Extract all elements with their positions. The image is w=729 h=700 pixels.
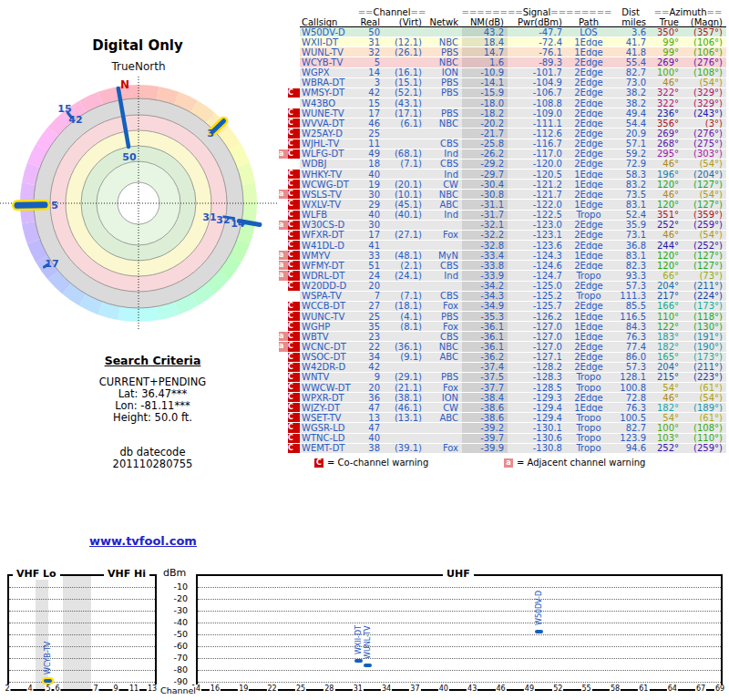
nm-db-cell: -29.2	[462, 160, 508, 170]
no-channel-band	[36, 576, 48, 689]
nm-db-cell: -29.7	[462, 170, 508, 180]
power-dbm-cell: -124.6	[508, 261, 566, 271]
azimuth-magnetic-cell: (276°)	[683, 129, 726, 139]
channel-tick-37: 37	[409, 685, 420, 694]
nm-db-cell: -38.4	[462, 393, 508, 403]
azimuth-true-cell: 269°	[650, 129, 683, 139]
nm-db-cell: -37.5	[462, 373, 508, 383]
distance-cell: 73.1	[611, 231, 650, 241]
path-cell: 1Edge	[566, 170, 611, 180]
power-dbm-cell: -89.3	[508, 57, 566, 67]
real-channel-cell: 25	[358, 129, 384, 139]
co-warning-cell: C	[288, 373, 300, 383]
table-group-header-row: ==Channel== ========Signal======== Dist …	[279, 7, 727, 17]
nm-db-cell: -32.1	[462, 221, 508, 231]
nm-db-cell: -39.9	[462, 444, 508, 454]
channel-tick-31: 31	[353, 685, 364, 694]
real-channel-cell: 32	[358, 47, 384, 57]
azimuth-magnetic-cell: (204°)	[683, 170, 726, 180]
channel-tick-13: 13	[147, 685, 158, 694]
co-warning-cell: C	[288, 434, 300, 444]
co-warning-cell: C	[288, 342, 300, 352]
distance-cell: 38.2	[611, 98, 650, 108]
distance-cell: 86.0	[611, 353, 650, 363]
real-channel-cell: 14	[358, 68, 384, 78]
band-label-vhf-hi: VHF Hi	[104, 568, 149, 580]
channel-tick-46: 46	[495, 685, 506, 694]
real-channel-cell: 42	[358, 88, 384, 98]
table-row: CW41DL-D41-32.8-123.62Edge36.8244°(252°)	[279, 241, 727, 251]
nm-db-cell: -39.7	[462, 434, 508, 444]
co-warning-cell: C	[288, 149, 300, 160]
virtual-channel-cell: (10.1)	[384, 190, 426, 200]
network-cell: PBS	[426, 47, 462, 57]
search-criteria-lines: CURRENT+PENDINGLat: 36.47***Lon: -81.11*…	[55, 376, 251, 424]
dbm-tick-label: -60	[162, 642, 188, 651]
table-row: CWHKY-TV40Ind-29.7-120.51Edge58.3196°(20…	[279, 170, 727, 180]
adjacent-channel-warning-icon: a	[504, 458, 513, 468]
callsign-cell: WGHP	[300, 322, 358, 332]
azimuth-true-cell: 322°	[650, 88, 683, 98]
azimuth-magnetic-cell: (127°)	[683, 261, 726, 271]
virtual-channel-cell: (20.1)	[384, 180, 426, 190]
virtual-channel-cell: (18.1)	[384, 302, 426, 312]
nm-db-cell: -20.2	[462, 118, 508, 129]
real-channel-cell: 47	[358, 423, 384, 433]
power-dbm-cell: -76.1	[508, 47, 566, 57]
db-datecode: db datecode 201110280755	[55, 447, 251, 470]
power-dbm-cell: -121.7	[508, 190, 566, 200]
channel-tick-25: 25	[295, 685, 306, 694]
callsign-cell: WSET-TV	[300, 413, 358, 423]
network-cell: CBS	[426, 261, 462, 271]
distance-cell: 82.7	[611, 423, 650, 433]
azimuth-magnetic-cell: (211°)	[683, 363, 726, 373]
network-cell: ABC	[426, 200, 462, 210]
polar-channel-label-17: 17	[45, 258, 58, 270]
azimuth-magnetic-cell: (106°)	[683, 47, 726, 57]
real-channel-cell: 51	[358, 261, 384, 271]
co-warning-cell: C	[288, 129, 300, 139]
azimuth-true-cell: 46°	[650, 190, 683, 200]
dbm-gridline	[9, 670, 155, 671]
co-channel-legend-text: = Co-channel warning	[327, 458, 428, 468]
adjacent-channel-legend-text: = Adjacent channel warning	[517, 458, 645, 468]
real-channel-cell: 30	[358, 221, 384, 231]
azimuth-magnetic-cell: (276°)	[683, 57, 726, 67]
azimuth-hue-ring	[235, 148, 243, 165]
adj-warning-cell	[279, 170, 288, 180]
path-cell: Tropo	[566, 434, 611, 444]
power-dbm-cell: -125.0	[508, 282, 566, 292]
distance-cell: 94.6	[611, 444, 650, 454]
co-warning-cell: C	[288, 282, 300, 292]
callsign-cell: WMYV	[300, 251, 358, 261]
real-channel-cell: 22	[358, 342, 384, 352]
azimuth-true-cell: 103°	[650, 434, 683, 444]
adj-warning-cell	[279, 322, 288, 332]
adj-warning-cell	[279, 27, 288, 37]
vhf-panel	[7, 574, 157, 691]
co-warning-cell: C	[288, 231, 300, 241]
nm-db-cell: -37.4	[462, 363, 508, 373]
azimuth-true-cell: 120°	[650, 200, 683, 210]
azimuth-true-cell: 122°	[650, 322, 683, 332]
path-cell: Tropo	[566, 413, 611, 423]
real-channel-cell: 18	[358, 160, 384, 170]
nm-db-cell: -36.1	[462, 342, 508, 352]
azimuth-magnetic-cell: (54°)	[683, 160, 726, 170]
adj-warning-cell	[279, 423, 288, 433]
azimuth-hue-ring	[249, 203, 251, 222]
polar-channel-label-5: 5	[51, 200, 58, 211]
real-channel-cell: 46	[358, 118, 384, 129]
adj-warning-cell	[279, 57, 288, 67]
virtual-channel-cell: (45.1)	[384, 200, 426, 210]
table-row: CW25AY-D25-21.7-112.62Edge20.9269°(276°)	[279, 129, 727, 139]
callsign-cell: WPXR-DT	[300, 393, 358, 403]
table-row: WXII-DT31(12.1)NBC18.4-72.41Edge41.799°(…	[279, 37, 727, 47]
network-cell: CBS	[426, 292, 462, 302]
tvfool-link[interactable]: www.tvfool.com	[89, 534, 197, 548]
distance-cell: 41.7	[611, 37, 650, 47]
azimuth-hue-ring	[139, 314, 158, 315]
power-dbm-cell: -127.0	[508, 322, 566, 332]
channel-tick-16: 16	[210, 685, 221, 694]
adj-warning-cell: a	[279, 261, 288, 271]
